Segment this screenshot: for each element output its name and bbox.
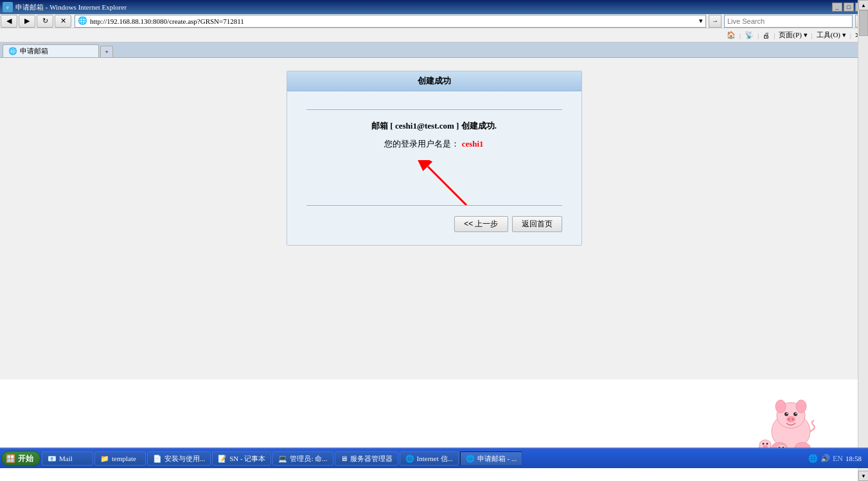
- command-bar: 🏠 | 📡 | 🖨 | 页面(P) ▾ | 工具(O) ▾ | ≫: [0, 28, 868, 42]
- menu-bar: ◀ ▶ ↻ ✕ 🌐 http://192.168.88.130:8080/cre…: [0, 14, 868, 28]
- stop-button[interactable]: ✕: [55, 15, 71, 28]
- username-line: 您的登录用户名是： ceshi1: [306, 138, 562, 150]
- address-bar[interactable]: 🌐 http://192.168.88.130:8080/create.asp?…: [75, 15, 706, 28]
- new-tab-button[interactable]: +: [100, 46, 113, 57]
- main-content: 创建成功 邮箱 [ ceshi1@test.com ] 创建成功. 您的登录用户…: [0, 58, 868, 379]
- back-step-button[interactable]: << 上一步: [454, 216, 508, 232]
- title-bar: e 申请邮箱 - Windows Internet Explorer _ □ ✕: [0, 0, 868, 14]
- arrow-svg: [415, 160, 479, 205]
- address-dropdown[interactable]: ▾: [699, 17, 703, 25]
- scroll-up-button[interactable]: ▲: [858, 0, 868, 10]
- card-body: 邮箱 [ ceshi1@test.com ] 创建成功. 您的登录用户名是： c…: [287, 91, 581, 245]
- restore-button[interactable]: □: [844, 3, 854, 12]
- home-icon[interactable]: 🏠: [727, 31, 736, 39]
- tools-menu[interactable]: 工具(O) ▾: [817, 30, 846, 40]
- search-input[interactable]: [727, 17, 849, 25]
- scroll-track: [858, 10, 868, 379]
- search-bar[interactable]: [724, 15, 853, 28]
- refresh-button[interactable]: ↻: [37, 15, 53, 28]
- top-divider: [306, 109, 562, 110]
- ie-icon: e: [3, 2, 13, 12]
- feed-icon[interactable]: 📡: [745, 31, 754, 39]
- svg-line-1: [428, 167, 466, 205]
- scroll-thumb[interactable]: [859, 10, 868, 36]
- tab-icon: 🌐: [8, 47, 17, 55]
- tab-label: 申请邮箱: [20, 46, 48, 56]
- card-header: 创建成功: [287, 71, 581, 91]
- bottom-divider: [306, 205, 562, 206]
- scrollbar[interactable]: ▲ ▼: [858, 0, 868, 379]
- address-icon: 🌐: [78, 16, 87, 26]
- go-button[interactable]: →: [709, 15, 722, 28]
- username-value: ceshi1: [462, 139, 484, 149]
- tab-bar: 🌐 申请邮箱 +: [0, 42, 868, 58]
- success-message: 邮箱 [ ceshi1@test.com ] 创建成功.: [306, 120, 562, 132]
- print-icon[interactable]: 🖨: [763, 32, 770, 39]
- back-button[interactable]: ◀: [1, 15, 17, 28]
- window-title: 申请邮箱 - Windows Internet Explorer: [15, 3, 127, 12]
- arrow-container: [306, 160, 562, 199]
- minimize-button[interactable]: _: [832, 3, 842, 12]
- address-text: http://192.168.88.130:8080/create.asp?GR…: [90, 17, 244, 25]
- success-card: 创建成功 邮箱 [ ceshi1@test.com ] 创建成功. 您的登录用户…: [287, 71, 582, 246]
- return-home-button[interactable]: 返回首页: [512, 216, 562, 232]
- button-row: << 上一步 返回首页: [306, 216, 562, 232]
- username-label: 您的登录用户名是：: [384, 139, 459, 149]
- forward-button[interactable]: ▶: [19, 15, 35, 28]
- page-menu[interactable]: 页面(P) ▾: [779, 30, 807, 40]
- tab-apply-email[interactable]: 🌐 申请邮箱: [3, 44, 99, 57]
